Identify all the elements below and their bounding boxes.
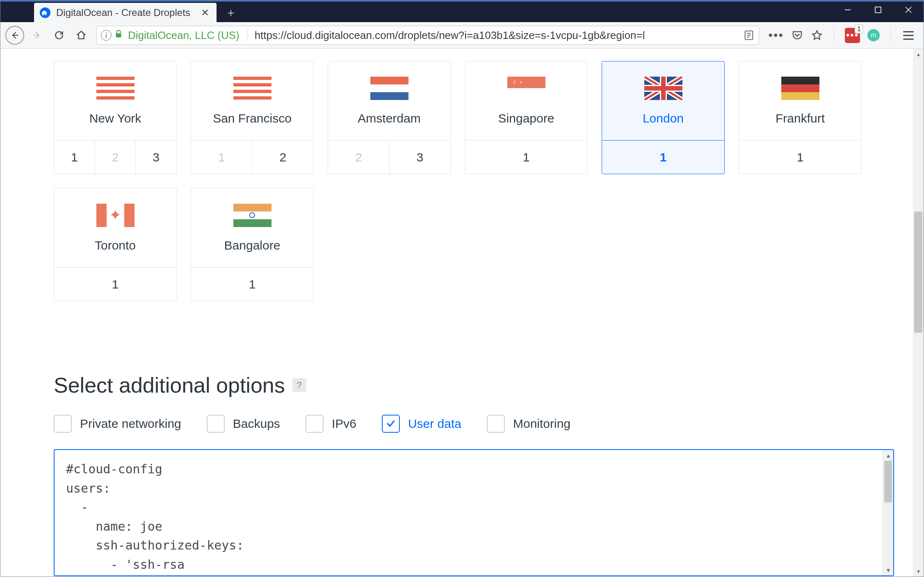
region-card-fra[interactable]: Frankfurt1 — [739, 61, 862, 174]
scroll-up-arrow-icon[interactable]: ▴ — [913, 49, 924, 59]
region-card-nyc[interactable]: New York123 — [54, 61, 177, 174]
option-label: User data — [408, 417, 461, 431]
option-backups[interactable]: Backups — [207, 415, 280, 433]
scroll-track[interactable] — [883, 461, 893, 565]
option-ipv6[interactable]: IPv6 — [306, 415, 356, 433]
datacenter-row: 1 — [465, 140, 587, 174]
url-text: https://cloud.digitalocean.com/droplets/… — [255, 29, 741, 42]
datacenter-option: 2 — [328, 141, 389, 174]
ev-certificate-label: DigitalOcean, LLC (US) — [128, 29, 240, 42]
region-name-label: Frankfurt — [776, 111, 825, 125]
option-label: IPv6 — [332, 417, 356, 431]
tab-accent — [0, 0, 924, 2]
checkbox-icon[interactable] — [207, 415, 225, 433]
option-user-data[interactable]: User data — [382, 415, 461, 433]
page-actions-icon[interactable]: ••• — [768, 28, 784, 42]
profile-avatar[interactable]: m — [867, 29, 880, 41]
help-icon[interactable]: ? — [292, 378, 306, 392]
checkbox-icon[interactable] — [487, 415, 505, 433]
region-card-tor[interactable]: ✦Toronto1 — [54, 188, 177, 301]
datacenter-option: 2 — [95, 141, 136, 174]
region-card-blr[interactable]: Bangalore1 — [191, 188, 314, 301]
region-card-top: ✦Toronto — [54, 189, 176, 267]
url-separator — [247, 29, 247, 41]
favicon-digitalocean-icon — [40, 7, 50, 18]
user-data-textarea[interactable]: #cloud-config users: - name: joe ssh-aut… — [54, 449, 894, 576]
region-name-label: New York — [89, 111, 141, 125]
region-card-sgp[interactable]: ☾ ⋆Singapore1 — [465, 61, 588, 174]
window-close-button[interactable] — [893, 0, 924, 19]
region-card-top: New York — [54, 61, 176, 140]
datacenter-option[interactable]: 3 — [389, 141, 451, 174]
region-name-label: Bangalore — [224, 239, 281, 252]
svg-rect-1 — [875, 7, 881, 13]
lock-icon — [114, 30, 123, 41]
browser-tab-bar: DigitalOcean - Create Droplets ✕ ＋ — [0, 0, 924, 22]
nav-home-button[interactable] — [72, 26, 91, 45]
url-bar[interactable]: i DigitalOcean, LLC (US) https://cloud.d… — [96, 26, 759, 45]
option-label: Private networking — [80, 417, 181, 431]
bookmark-star-icon[interactable] — [811, 29, 823, 41]
extension-badge-icon[interactable]: ••• 1 — [845, 28, 860, 43]
scroll-up-arrow-icon[interactable]: ▴ — [883, 450, 893, 461]
datacenter-option[interactable]: 1 — [465, 141, 587, 174]
region-card-top: ☾ ⋆Singapore — [465, 61, 587, 140]
region-name-label: Singapore — [498, 111, 554, 125]
page-scrollbar[interactable]: ▴ ▾ — [913, 49, 924, 577]
browser-tab-active[interactable]: DigitalOcean - Create Droplets ✕ — [34, 3, 217, 22]
datacenter-option[interactable]: 1 — [54, 141, 95, 174]
flag-uk-icon — [644, 77, 682, 100]
region-card-ams[interactable]: Amsterdam23 — [328, 61, 451, 174]
flag-usa-icon — [96, 77, 135, 100]
option-private-networking[interactable]: Private networking — [54, 415, 181, 433]
scroll-thumb[interactable] — [884, 461, 892, 502]
region-name-label: London — [643, 111, 684, 125]
browser-toolbar: i DigitalOcean, LLC (US) https://cloud.d… — [0, 22, 924, 49]
tab-close-icon[interactable]: ✕ — [201, 7, 209, 18]
tab-title: DigitalOcean - Create Droplets — [56, 7, 195, 18]
options-row: Private networkingBackupsIPv6User dataMo… — [54, 415, 894, 433]
window-minimize-button[interactable] — [833, 0, 863, 19]
window-controls — [833, 0, 924, 19]
site-info-icon[interactable]: i — [101, 30, 112, 41]
region-name-label: Amsterdam — [358, 111, 420, 125]
flag-nl-icon — [370, 77, 408, 100]
scroll-thumb[interactable] — [914, 211, 922, 333]
datacenter-option[interactable]: 1 — [191, 268, 313, 301]
checkbox-icon[interactable] — [382, 415, 400, 433]
option-monitoring[interactable]: Monitoring — [487, 415, 570, 433]
datacenter-row: 123 — [54, 140, 176, 174]
checkbox-icon[interactable] — [54, 415, 72, 433]
userdata-scrollbar[interactable]: ▴ ▾ — [883, 450, 893, 575]
scroll-down-arrow-icon[interactable]: ▾ — [913, 566, 924, 577]
svg-rect-6 — [116, 33, 121, 37]
nav-forward-button[interactable] — [27, 26, 46, 45]
region-card-top: Bangalore — [191, 189, 313, 267]
datacenter-row: 1 — [602, 140, 724, 174]
datacenter-row: 1 — [191, 267, 313, 301]
nav-reload-button[interactable] — [50, 26, 68, 45]
hamburger-menu-icon[interactable] — [901, 31, 915, 40]
pocket-icon[interactable] — [791, 29, 803, 41]
section-title-text: Select additional options — [54, 373, 285, 398]
region-card-top: Amsterdam — [328, 61, 450, 140]
new-tab-button[interactable]: ＋ — [225, 7, 237, 19]
nav-back-button[interactable] — [5, 26, 24, 45]
toolbar-divider — [834, 27, 834, 43]
scroll-down-arrow-icon[interactable]: ▾ — [883, 565, 893, 575]
scroll-track[interactable] — [913, 59, 924, 566]
datacenter-option[interactable]: 2 — [252, 141, 314, 174]
region-card-sfo[interactable]: San Francisco12 — [191, 61, 314, 174]
datacenter-option[interactable]: 1 — [602, 141, 724, 174]
datacenter-option[interactable]: 3 — [135, 141, 176, 174]
datacenter-option[interactable]: 1 — [54, 268, 176, 301]
svg-rect-15 — [644, 86, 682, 91]
region-card-top: London — [602, 61, 724, 140]
region-card-lon[interactable]: London1 — [602, 61, 725, 174]
window-maximize-button[interactable] — [863, 0, 893, 19]
checkbox-icon[interactable] — [306, 415, 324, 433]
option-label: Monitoring — [513, 417, 570, 431]
datacenter-option[interactable]: 1 — [739, 141, 861, 174]
reader-view-icon[interactable] — [743, 30, 755, 41]
flag-de-icon — [781, 77, 819, 100]
